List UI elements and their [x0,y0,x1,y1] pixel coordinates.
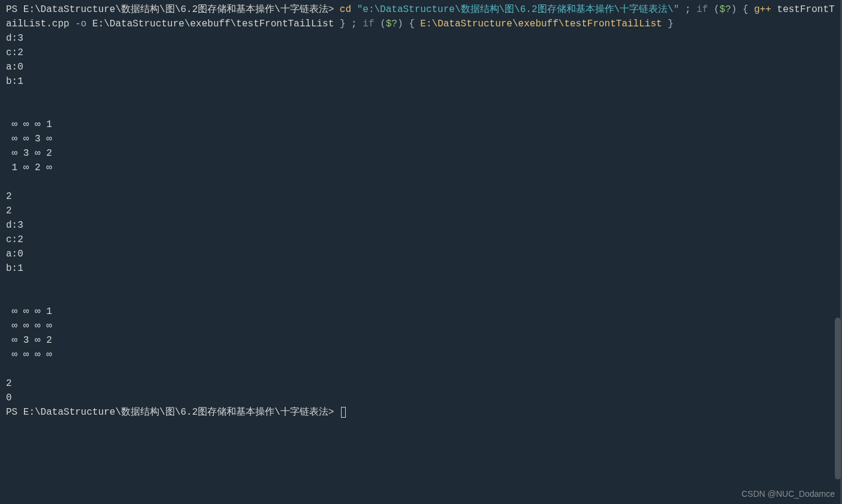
cmd-cd: cd [340,4,357,15]
prompt-path: E:\DataStructure\数据结构\图\6.2图存储和基本操作\十字链表… [23,407,328,418]
sep: ; [351,19,363,29]
if-keyword: if [363,19,380,29]
prompt-gt: > [328,4,340,15]
brace-open: { [743,4,754,15]
ps-prefix: PS [6,4,23,15]
program-output: d:3 c:2 a:0 b:1 ∞ ∞ ∞ 1 ∞ ∞ 3 ∞ ∞ 3 ∞ 2 … [6,31,836,405]
terminal-output[interactable]: PS E:\DataStructure\数据结构\图\6.2图存储和基本操作\十… [0,0,842,422]
paren-close: ) [731,4,743,15]
brace-close: } [340,19,351,29]
paren-close: ) [397,19,409,29]
out-path: E:\DataStructure\exebuff\testFrontTailLi… [92,19,340,29]
exe-path: E:\DataStructure\exebuff\testFrontTailLi… [420,19,668,29]
paren-open: ( [380,19,386,29]
cursor-icon [341,407,346,418]
scrollbar-thumb[interactable] [835,318,841,479]
command-line-2: PS E:\DataStructure\数据结构\图\6.2图存储和基本操作\十… [6,407,346,418]
brace-open: { [409,19,420,29]
brace-close: } [668,19,674,29]
gpp-cmd: g++ [754,4,777,15]
var: $? [386,19,397,29]
flag-o: -o [75,19,92,29]
prompt-path: E:\DataStructure\数据结构\图\6.2图存储和基本操作\十字链表… [23,4,328,15]
var: $? [720,4,731,15]
ps-prefix: PS [6,407,23,418]
prompt-gt: > [328,407,340,418]
if-keyword: if [696,4,714,15]
command-line-1: PS E:\DataStructure\数据结构\图\6.2图存储和基本操作\十… [6,4,835,29]
watermark-text: CSDN @NUC_Dodamce [741,488,835,500]
sep: ; [679,4,696,15]
paren-open: ( [714,4,720,15]
cd-arg: "e:\DataStructure\数据结构\图\6.2图存储和基本操作\十字链… [357,4,680,15]
